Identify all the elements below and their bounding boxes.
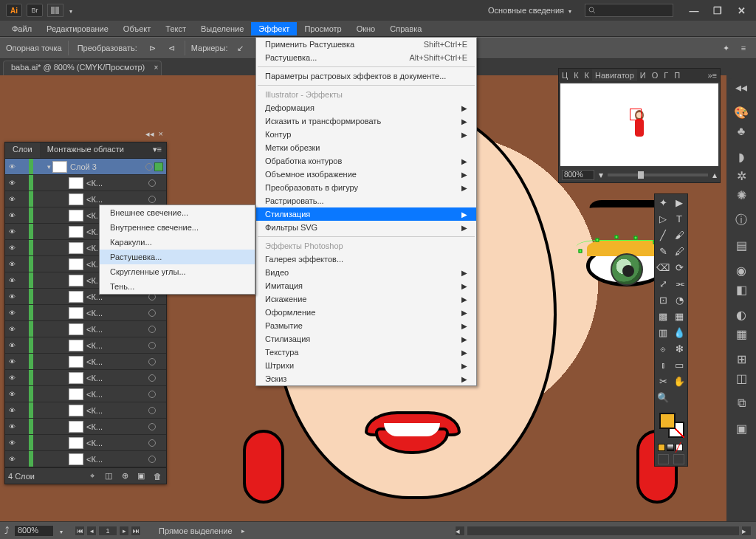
- target-icon[interactable]: [145, 163, 153, 171]
- color-panel-icon[interactable]: 🎨: [729, 103, 753, 121]
- layer-name[interactable]: <К...: [86, 195, 147, 204]
- navigator-tab-c[interactable]: Ц: [559, 69, 571, 81]
- navigator-zoom-in[interactable]: ▴: [712, 170, 717, 180]
- mesh-tool[interactable]: ▦: [671, 308, 687, 324]
- restore-button[interactable]: ❐: [712, 5, 724, 16]
- layer-name[interactable]: <К...: [86, 341, 147, 350]
- target-icon[interactable]: [148, 358, 156, 365]
- layer-name[interactable]: <К...: [86, 422, 147, 431]
- graph-tool[interactable]: ⫾: [655, 357, 671, 373]
- menu-last-effect[interactable]: Растушевка... Alt+Shift+Ctrl+E: [256, 51, 476, 64]
- stylize-item-скругленные-углы-[interactable]: Скругленные углы...: [100, 264, 255, 279]
- visibility-toggle[interactable]: [5, 228, 18, 236]
- gradient-panel-icon[interactable]: ▦: [729, 325, 753, 343]
- layer-parent-row[interactable]: ▾ Слой 3: [5, 159, 166, 175]
- target-icon[interactable]: [148, 374, 156, 382]
- direct-selection-tool[interactable]: ▷: [655, 210, 671, 227]
- close-button[interactable]: ✕: [735, 5, 747, 16]
- layer-name[interactable]: <К...: [86, 455, 147, 464]
- line-tool[interactable]: ╱: [655, 227, 671, 243]
- visibility-toggle[interactable]: [5, 342, 18, 349]
- navigator-tab-k1[interactable]: К: [571, 69, 581, 81]
- status-arrow-icon[interactable]: ▸: [241, 527, 245, 535]
- effect-item-стилизация[interactable]: Стилизация▶: [256, 207, 476, 221]
- menu-raster-settings[interactable]: Параметры растровых эффектов в документе…: [256, 69, 476, 83]
- effect-item-контур[interactable]: Контур▶: [256, 128, 476, 141]
- brushes-panel-icon[interactable]: ◗: [729, 148, 753, 165]
- stylize-item-внешнее-свечение-[interactable]: Внешнее свечение...: [100, 205, 255, 220]
- target-icon[interactable]: [148, 342, 156, 349]
- stylize-item-растушевка-[interactable]: Растушевка...: [100, 250, 255, 264]
- ps-effect-item-искажение[interactable]: Искажение▶: [256, 292, 476, 306]
- menu-window[interactable]: Окно: [349, 22, 383, 35]
- visibility-toggle[interactable]: [5, 407, 18, 414]
- sublayer-row[interactable]: <К...: [5, 175, 166, 191]
- sublayer-row[interactable]: <К...: [5, 337, 166, 354]
- minimize-button[interactable]: —: [688, 5, 700, 16]
- rail-expand-icon[interactable]: ◂◂: [729, 78, 753, 96]
- menu-effect[interactable]: Эффект: [251, 22, 297, 35]
- pencil-tool[interactable]: ✎: [655, 243, 671, 259]
- hand-tool[interactable]: ✋: [671, 373, 687, 389]
- none-mode-icon[interactable]: ╱: [676, 444, 683, 451]
- layers-tab[interactable]: Слои: [5, 143, 40, 158]
- effect-item-растрировать-[interactable]: Растрировать...: [256, 194, 476, 207]
- navigator-tab-p[interactable]: П: [671, 69, 683, 81]
- make-clipping-icon[interactable]: ◫: [103, 470, 114, 482]
- sublayer-row[interactable]: <К...: [5, 419, 166, 435]
- slice-tool[interactable]: ✂: [655, 373, 671, 389]
- navigator-tab-main[interactable]: Навигатор: [592, 69, 637, 81]
- hscrollbar[interactable]: [467, 526, 740, 536]
- artboard-number[interactable]: 1: [98, 526, 117, 536]
- new-sublayer-icon[interactable]: ⊕: [119, 470, 131, 482]
- navigator-zoom-input[interactable]: 800%: [562, 170, 594, 180]
- info-panel-icon[interactable]: ⓘ: [729, 211, 753, 229]
- stylize-item-тень-[interactable]: Тень...: [100, 279, 255, 294]
- isolate-icon[interactable]: ✦: [719, 41, 732, 55]
- visibility-toggle[interactable]: [5, 261, 18, 268]
- sublayer-row[interactable]: <К...: [5, 305, 166, 321]
- ps-effect-item-галерея-эффектов-[interactable]: Галерея эффектов...: [256, 253, 476, 266]
- navigator-zoom-out[interactable]: ▾: [599, 170, 603, 180]
- sublayer-row[interactable]: <К...: [5, 354, 166, 370]
- visibility-toggle[interactable]: [5, 212, 18, 219]
- layers-collapse-icon[interactable]: ◂◂: [145, 129, 154, 139]
- visibility-toggle[interactable]: [5, 456, 18, 463]
- tab-close-icon[interactable]: ×: [154, 63, 158, 72]
- ps-effect-item-видео[interactable]: Видео▶: [256, 266, 476, 279]
- layers-shortcut-icon[interactable]: ▤: [729, 236, 753, 254]
- menu-edit[interactable]: Редактирование: [39, 22, 116, 35]
- gradient-mode-icon[interactable]: [667, 444, 674, 451]
- visibility-toggle[interactable]: [5, 423, 18, 430]
- workspace-switcher[interactable]: Основные сведения: [482, 4, 577, 16]
- ps-effect-item-текстура[interactable]: Текстура▶: [256, 346, 476, 359]
- eyedropper-tool[interactable]: 💧: [671, 324, 687, 340]
- swatch-area[interactable]: [655, 410, 687, 442]
- new-layer-icon[interactable]: ▣: [135, 470, 147, 482]
- links-icon[interactable]: ⧉: [729, 394, 753, 412]
- blob-brush-tool[interactable]: 🖊: [671, 243, 687, 259]
- navigator-zoom-slider[interactable]: [608, 174, 708, 176]
- menu-type[interactable]: Текст: [158, 22, 193, 35]
- visibility-toggle[interactable]: [5, 163, 18, 171]
- sublayer-row[interactable]: <К...: [5, 402, 166, 419]
- ps-effect-item-стилизация[interactable]: Стилизация▶: [256, 332, 476, 346]
- navigator-tab-o[interactable]: О: [649, 69, 662, 81]
- layer-name[interactable]: Слой 3: [70, 162, 144, 171]
- navigator-menu-icon[interactable]: »≡: [704, 69, 720, 81]
- sublayer-row[interactable]: <К...: [5, 386, 166, 402]
- prev-artboard-icon[interactable]: ◂: [86, 526, 97, 536]
- visibility-toggle[interactable]: [5, 309, 18, 317]
- locate-layer-icon[interactable]: ⌖: [86, 470, 98, 482]
- arrange-icon[interactable]: [47, 4, 63, 17]
- navigator-tab-k2[interactable]: К: [582, 69, 592, 81]
- type-tool[interactable]: T: [671, 210, 687, 227]
- layer-name[interactable]: <К...: [86, 406, 147, 415]
- artboards-tab[interactable]: Монтажные области: [40, 143, 131, 158]
- rotate-tool[interactable]: ⟳: [671, 259, 687, 275]
- convert-anchor-smooth-icon[interactable]: ⊲: [165, 41, 179, 55]
- effect-item-деформация[interactable]: Деформация▶: [256, 101, 476, 114]
- layer-name[interactable]: <К...: [86, 374, 147, 382]
- visibility-toggle[interactable]: [5, 196, 18, 203]
- artboard-tool[interactable]: ▭: [671, 357, 687, 373]
